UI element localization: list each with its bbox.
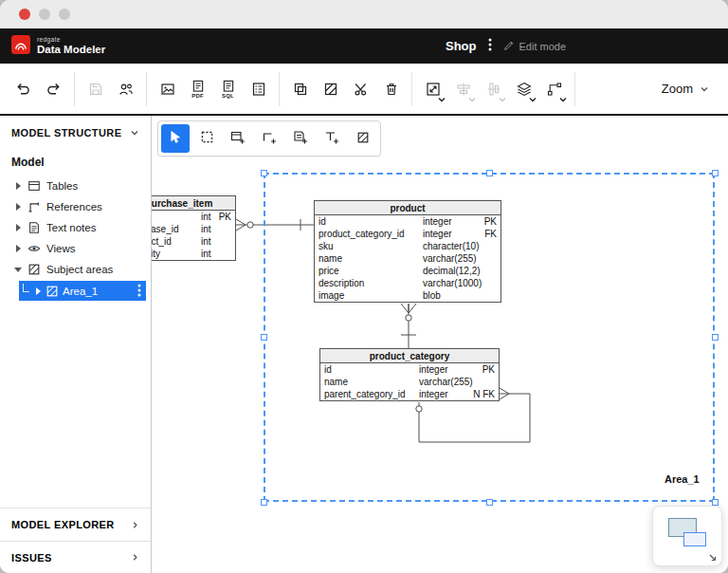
sidebar-item-views[interactable]: Views (0, 238, 151, 259)
chevron-down-icon (467, 93, 477, 107)
add-reference-tool[interactable] (255, 124, 283, 153)
minimap[interactable] (652, 506, 722, 566)
column-type: int (201, 235, 231, 248)
window-close-button[interactable] (19, 9, 30, 20)
document-menu-button[interactable] (488, 38, 492, 55)
toolbar-divider (279, 72, 280, 106)
subject-area-menu-button[interactable] (137, 284, 141, 299)
zoom-label: Zoom (662, 82, 693, 96)
undo-button[interactable] (9, 72, 37, 106)
pencil-icon (503, 40, 515, 53)
subject-area-button[interactable] (317, 72, 344, 106)
resize-handle[interactable] (712, 499, 719, 506)
table-column-row[interactable]: idintPK (152, 211, 235, 223)
resize-handle[interactable] (712, 170, 719, 176)
select-tool[interactable] (161, 124, 190, 153)
add-text-tool[interactable] (318, 124, 346, 153)
report-button[interactable] (245, 72, 272, 106)
caret-right-icon[interactable] (34, 287, 42, 295)
copy-button[interactable] (286, 72, 314, 106)
column-type: int (201, 248, 231, 260)
delete-button[interactable] (377, 72, 405, 106)
document-icon (191, 80, 205, 92)
autofit-button[interactable] (419, 72, 446, 106)
save-button[interactable] (82, 72, 109, 106)
resize-handle[interactable] (712, 334, 719, 341)
export-image-button[interactable] (154, 72, 181, 106)
collaborate-button[interactable] (112, 72, 139, 106)
subject-area-label[interactable]: Area_1 (664, 473, 700, 485)
resize-handle[interactable] (261, 170, 267, 176)
toolbar-group (286, 72, 405, 106)
model-explorer-header[interactable]: MODEL EXPLORER (0, 508, 151, 541)
model-structure-header[interactable]: MODEL STRUCTURE (0, 116, 151, 150)
trash-icon (384, 82, 399, 97)
sidebar-item-tables[interactable]: Tables (0, 176, 151, 196)
align-horizontal-button[interactable] (449, 72, 477, 106)
window-minimize-button[interactable] (39, 9, 50, 20)
align-vertical-button[interactable] (480, 72, 507, 106)
table-column-row[interactable]: product_idint (152, 235, 235, 248)
toolbar-groups: PDFSQL (9, 72, 582, 106)
table-header[interactable]: purchase_item (152, 196, 235, 211)
resize-handle[interactable] (261, 499, 267, 506)
resize-handle[interactable] (486, 170, 493, 176)
caret-right-icon (14, 203, 22, 211)
column-name: id (152, 211, 201, 223)
button-label: SQL (222, 93, 234, 99)
sidebar-item-area-1[interactable]: Area_1 (19, 281, 146, 301)
resize-handle[interactable] (486, 499, 493, 506)
copy-icon (293, 82, 308, 97)
resize-handle[interactable] (261, 334, 267, 341)
issues-title: ISSUES (11, 552, 52, 564)
connector-style-button[interactable] (540, 72, 568, 106)
redo-button[interactable] (40, 72, 67, 106)
sidebar-item-label: References (46, 201, 102, 213)
toolbar-divider (574, 72, 575, 106)
sidebar-item-subject-areas[interactable]: Subject areas (0, 259, 151, 280)
chevron-down-icon (558, 93, 568, 107)
table-body: idintPKpurchase_idintproduct_idintquanti… (152, 211, 235, 260)
tree-guide-line (23, 284, 29, 292)
cut-button[interactable] (347, 72, 374, 106)
chevron-down-icon (130, 128, 139, 138)
table-column-row[interactable]: quantityint (152, 248, 235, 260)
caret-down-icon (14, 266, 22, 273)
edit-mode-label: Edit mode (519, 41, 567, 52)
toolbar-group: PDFSQL (154, 72, 272, 106)
subject-area-icon (46, 285, 59, 298)
marquee-select-tool[interactable] (192, 124, 221, 153)
sidebar-item-references[interactable]: References (0, 196, 151, 217)
model-explorer-title: MODEL EXPLORER (11, 519, 115, 530)
sidebar-item-text-notes[interactable]: Text notes (0, 217, 151, 238)
subject-area-selection[interactable] (264, 173, 715, 502)
add-subject-area-tool[interactable] (349, 124, 377, 153)
edit-mode-indicator[interactable]: Edit mode (503, 40, 567, 53)
reference-icon (27, 200, 41, 213)
model-root-label[interactable]: Model (0, 150, 151, 176)
image-export-icon (160, 82, 175, 97)
layers-button[interactable] (510, 72, 537, 106)
export-pdf-button[interactable]: PDF (184, 72, 211, 106)
er-table-purchase-item[interactable]: purchase_item idintPKpurchase_idintprodu… (152, 195, 236, 261)
save-icon (88, 82, 103, 97)
export-sql-button[interactable]: SQL (214, 72, 242, 106)
diagram-canvas[interactable]: purchase_item idintPKpurchase_idintprodu… (152, 116, 728, 573)
table-column-row[interactable]: purchase_idint (152, 223, 235, 235)
redgate-logo-icon (11, 35, 30, 58)
report-icon (251, 82, 266, 97)
add-table-tool[interactable] (224, 124, 252, 153)
cursor-icon (169, 130, 183, 147)
undo-icon (15, 82, 31, 96)
brand-text: redgate Data Modeler (37, 37, 105, 55)
window-maximize-button[interactable] (59, 9, 70, 20)
add-note-tool[interactable] (286, 124, 315, 153)
sidebar-item-label: Subject areas (46, 264, 113, 275)
model-tree: TablesReferencesText notesViewsSubject a… (0, 176, 151, 280)
arrow-southeast-icon[interactable] (708, 553, 718, 563)
hatched-square-icon (323, 82, 338, 97)
issues-header[interactable]: ISSUES (0, 541, 151, 573)
zoom-dropdown[interactable]: Zoom (662, 82, 719, 96)
add-reference-icon (262, 130, 277, 148)
toolbar-group (9, 72, 67, 106)
